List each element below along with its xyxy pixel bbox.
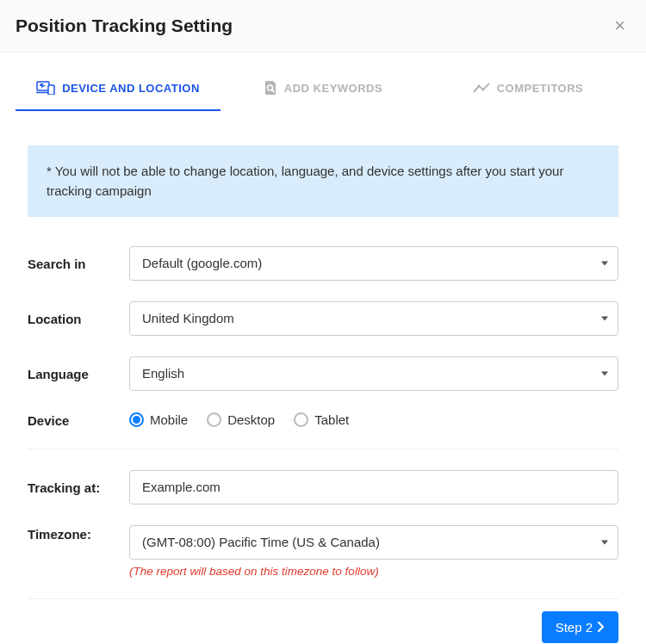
close-button[interactable]: × bbox=[611, 16, 629, 35]
label-tracking-at: Tracking at: bbox=[28, 479, 129, 495]
row-tracking-at: Tracking at: bbox=[28, 470, 618, 505]
tab-label: DEVICE AND LOCATION bbox=[62, 82, 200, 95]
chevron-right-icon bbox=[598, 620, 605, 635]
label-language: Language bbox=[28, 365, 129, 381]
next-step-button[interactable]: Step 2 bbox=[542, 611, 618, 643]
svg-rect-2 bbox=[48, 85, 54, 95]
svg-point-6 bbox=[477, 84, 480, 87]
timezone-select[interactable]: (GMT-08:00) Pacific Time (US & Canada) bbox=[129, 525, 618, 560]
search-in-select[interactable]: Default (google.com) bbox=[129, 246, 618, 281]
radio-label: Desktop bbox=[227, 412, 275, 427]
row-timezone: Timezone: (GMT-08:00) Pacific Time (US &… bbox=[28, 525, 618, 578]
svg-point-7 bbox=[481, 88, 484, 90]
label-location: Location bbox=[28, 310, 129, 326]
modal-header: Position Tracking Setting × bbox=[0, 0, 646, 53]
timezone-help: (The report will based on this timezone … bbox=[129, 565, 618, 578]
svg-marker-3 bbox=[40, 84, 46, 89]
row-location: Location United Kingdom bbox=[28, 301, 618, 336]
radio-icon bbox=[129, 412, 144, 427]
tab-competitors[interactable]: COMPETITORS bbox=[425, 70, 630, 111]
row-device: Device Mobile Desktop Tablet bbox=[28, 412, 618, 428]
trend-icon bbox=[473, 83, 490, 93]
label-device: Device bbox=[28, 412, 129, 428]
radio-icon bbox=[294, 412, 308, 427]
device-radio-mobile[interactable]: Mobile bbox=[129, 412, 188, 427]
footer: Step 2 bbox=[28, 598, 618, 643]
device-radio-desktop[interactable]: Desktop bbox=[207, 412, 275, 427]
devices-icon bbox=[36, 81, 55, 95]
divider bbox=[28, 449, 618, 449]
label-timezone: Timezone: bbox=[28, 525, 129, 542]
info-box: * You will not be able to change locatio… bbox=[28, 146, 618, 217]
radio-label: Tablet bbox=[314, 412, 349, 427]
location-select[interactable]: United Kingdom bbox=[129, 301, 618, 336]
row-search-in: Search in Default (google.com) bbox=[28, 246, 618, 281]
tab-label: COMPETITORS bbox=[497, 82, 584, 95]
tab-label: ADD KEYWORDS bbox=[284, 82, 382, 95]
label-search-in: Search in bbox=[28, 255, 129, 271]
device-radio-tablet[interactable]: Tablet bbox=[294, 412, 349, 427]
modal-title: Position Tracking Setting bbox=[16, 15, 233, 36]
add-keywords-icon bbox=[264, 80, 277, 96]
row-language: Language English bbox=[28, 356, 618, 391]
next-step-label: Step 2 bbox=[556, 620, 593, 635]
position-tracking-modal: Position Tracking Setting × DEVICE AND L… bbox=[0, 0, 646, 644]
tab-add-keywords[interactable]: ADD KEYWORDS bbox=[221, 70, 425, 111]
radio-icon bbox=[207, 412, 221, 427]
tab-device-location[interactable]: DEVICE AND LOCATION bbox=[16, 70, 221, 111]
language-select[interactable]: English bbox=[129, 356, 618, 391]
content: * You will not be able to change locatio… bbox=[0, 146, 646, 644]
device-radio-group: Mobile Desktop Tablet bbox=[129, 412, 618, 427]
tracking-at-input[interactable] bbox=[129, 470, 618, 505]
tabs: DEVICE AND LOCATION ADD KEYWORDS COMPE bbox=[0, 70, 646, 111]
radio-label: Mobile bbox=[150, 412, 188, 427]
